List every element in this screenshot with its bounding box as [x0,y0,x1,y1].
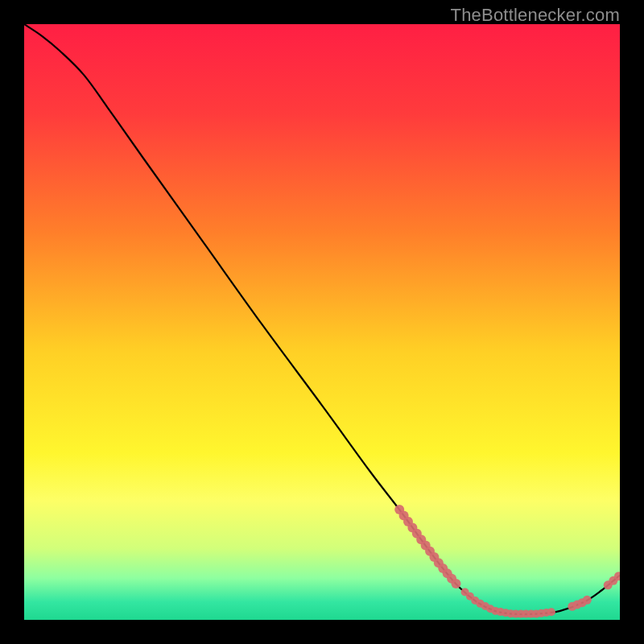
source-label: TheBottlenecker.com [451,5,620,26]
data-point [583,596,592,605]
data-point [547,608,555,616]
bottleneck-chart [24,24,620,620]
chart-frame [24,24,620,620]
data-point [452,579,461,588]
gradient-background [24,24,620,620]
